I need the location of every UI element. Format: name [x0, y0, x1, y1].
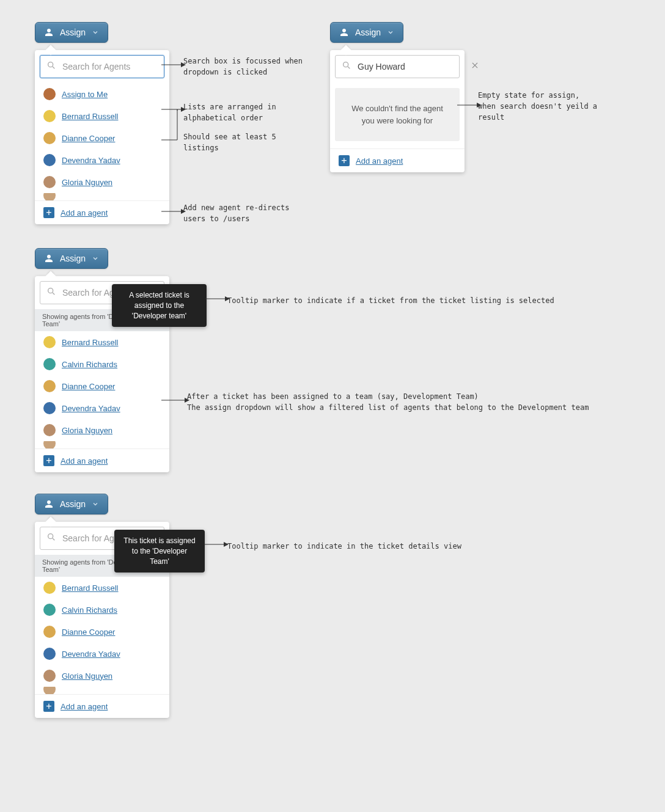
- chevron-down-icon: [92, 500, 99, 508]
- person-icon: [44, 499, 54, 509]
- svg-point-0: [48, 62, 53, 67]
- svg-point-7: [344, 62, 348, 67]
- agent-link[interactable]: Bernard Russell: [62, 583, 119, 593]
- agent-item-assign-to-me[interactable]: Assign to Me: [35, 83, 169, 105]
- agent-link[interactable]: Gloria Nguyen: [62, 426, 112, 435]
- add-agent-row[interactable]: + Add an agent: [330, 148, 465, 172]
- search-input[interactable]: [356, 61, 466, 72]
- assign-label: Assign: [60, 499, 86, 509]
- agent-link[interactable]: Devendra Yadav: [62, 404, 120, 413]
- assign-button[interactable]: Assign: [35, 494, 108, 514]
- tooltip-ticket-details: This ticket is assigned to the 'Develope…: [114, 530, 205, 572]
- agent-link[interactable]: Dianne Cooper: [62, 134, 115, 143]
- plus-icon: +: [43, 207, 54, 218]
- avatar: [43, 358, 56, 370]
- search-icon: [342, 60, 351, 73]
- plus-icon: +: [43, 455, 54, 466]
- agent-item-cutoff: [35, 193, 169, 200]
- add-agent-link[interactable]: Add an agent: [61, 456, 108, 466]
- avatar: [43, 648, 56, 660]
- agent-item[interactable]: Bernard Russell: [35, 577, 169, 599]
- search-icon: [46, 532, 56, 544]
- agent-item[interactable]: Dianne Cooper: [35, 621, 169, 643]
- search-input[interactable]: [61, 61, 171, 72]
- assign-button[interactable]: Assign: [330, 22, 403, 43]
- avatar: [43, 132, 56, 144]
- avatar: [43, 670, 56, 682]
- agent-item[interactable]: Devendra Yadav: [35, 149, 169, 171]
- search-box[interactable]: [40, 55, 164, 78]
- tooltip-ticket-listing: A selected ticket is assigned to the 'De…: [112, 284, 207, 327]
- person-icon: [44, 254, 54, 263]
- agent-item[interactable]: Devendra Yadav: [35, 397, 169, 419]
- search-icon: [46, 60, 56, 73]
- agent-item[interactable]: Bernard Russell: [35, 331, 169, 353]
- svg-line-12: [53, 293, 54, 294]
- avatar: [43, 154, 56, 166]
- avatar: [43, 88, 56, 100]
- assign-dropdown-empty: We couldn't find the agentyou were looki…: [330, 50, 465, 172]
- agent-link[interactable]: Assign to Me: [62, 90, 108, 99]
- chevron-down-icon: [92, 255, 99, 262]
- person-icon: [339, 27, 349, 37]
- agent-link[interactable]: Calvin Richards: [62, 360, 117, 369]
- plus-icon: +: [339, 155, 350, 166]
- agent-link[interactable]: Bernard Russell: [62, 112, 119, 121]
- agent-link[interactable]: Bernard Russell: [62, 338, 119, 347]
- add-agent-link[interactable]: Add an agent: [356, 156, 403, 166]
- assign-button[interactable]: Assign: [35, 248, 108, 269]
- agent-list: Assign to Me Bernard Russell Dianne Coop…: [35, 83, 169, 200]
- agent-link[interactable]: Devendra Yadav: [62, 156, 120, 165]
- avatar: [43, 604, 56, 616]
- agent-item[interactable]: Dianne Cooper: [35, 375, 169, 397]
- empty-state: We couldn't find the agentyou were looki…: [335, 88, 460, 141]
- search-box[interactable]: [335, 55, 460, 78]
- assign-label: Assign: [60, 27, 86, 37]
- assign-label: Assign: [355, 27, 381, 37]
- svg-line-8: [348, 67, 350, 68]
- add-agent-row[interactable]: + Add an agent: [35, 200, 169, 224]
- avatar: [43, 626, 56, 638]
- annotation: Add new agent re-directsusers to /users: [183, 202, 289, 224]
- person-icon: [44, 27, 54, 37]
- svg-point-11: [48, 288, 53, 293]
- agent-link[interactable]: Dianne Cooper: [62, 382, 115, 391]
- agent-link[interactable]: Gloria Nguyen: [62, 178, 112, 187]
- add-agent-link[interactable]: Add an agent: [61, 702, 108, 711]
- annotation: Lists are arranged inalphabetical order: [183, 101, 276, 123]
- search-icon: [46, 287, 56, 299]
- agent-item[interactable]: Devendra Yadav: [35, 643, 169, 665]
- agent-item[interactable]: Gloria Nguyen: [35, 171, 169, 193]
- clear-icon[interactable]: [471, 61, 479, 72]
- avatar: [43, 402, 56, 414]
- svg-point-17: [48, 534, 53, 539]
- agent-link[interactable]: Calvin Richards: [62, 605, 117, 615]
- add-agent-row[interactable]: + Add an agent: [35, 694, 169, 718]
- agent-item[interactable]: Bernard Russell: [35, 105, 169, 127]
- agent-item[interactable]: Calvin Richards: [35, 599, 169, 621]
- assign-button[interactable]: Assign: [35, 22, 108, 43]
- agent-item-cutoff: [35, 441, 169, 448]
- agent-link[interactable]: Dianne Cooper: [62, 627, 115, 637]
- agent-list: Bernard Russell Calvin Richards Dianne C…: [35, 577, 169, 694]
- assign-dropdown: Assign to Me Bernard Russell Dianne Coop…: [35, 50, 169, 224]
- agent-item[interactable]: Gloria Nguyen: [35, 665, 169, 687]
- add-agent-link[interactable]: Add an agent: [61, 208, 108, 218]
- agent-link[interactable]: Gloria Nguyen: [62, 671, 112, 681]
- svg-line-18: [53, 538, 54, 540]
- svg-line-1: [53, 67, 54, 68]
- agent-link[interactable]: Devendra Yadav: [62, 649, 120, 659]
- add-agent-row[interactable]: + Add an agent: [35, 448, 169, 472]
- chevron-down-icon: [92, 29, 99, 36]
- agent-item[interactable]: Calvin Richards: [35, 353, 169, 375]
- agent-list: Bernard Russell Calvin Richards Dianne C…: [35, 331, 169, 448]
- annotation: Empty state for assign,when search doesn…: [478, 90, 597, 123]
- agent-item[interactable]: Dianne Cooper: [35, 127, 169, 149]
- assign-label: Assign: [60, 254, 86, 263]
- agent-item-cutoff: [35, 687, 169, 694]
- agent-item[interactable]: Gloria Nguyen: [35, 419, 169, 441]
- avatar: [43, 110, 56, 122]
- avatar: [43, 424, 56, 436]
- chevron-down-icon: [387, 29, 394, 36]
- plus-icon: +: [43, 701, 54, 712]
